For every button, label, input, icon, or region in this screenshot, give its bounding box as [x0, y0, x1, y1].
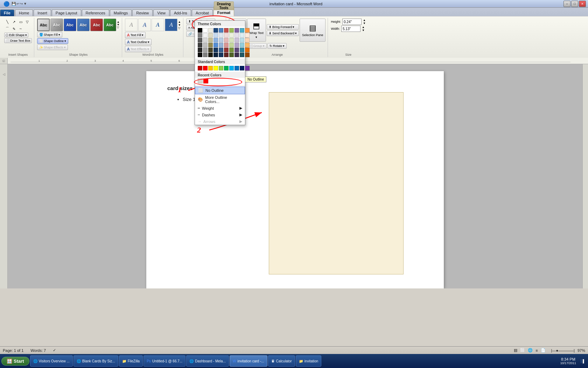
tab-insert[interactable]: Insert: [34, 9, 51, 16]
shape-more[interactable]: ▽: [24, 19, 30, 25]
theme-color-cell[interactable]: [240, 53, 244, 57]
dashes-item[interactable]: ┅ Dashes ▶: [195, 111, 245, 118]
minimize-button[interactable]: −: [564, 1, 570, 7]
shape-effects-button[interactable]: ✨ Shape Effects ▾: [37, 45, 68, 50]
theme-color-cell[interactable]: [198, 48, 202, 52]
group-button[interactable]: ⬜ Group ▾: [247, 43, 267, 49]
standard-color-cell[interactable]: [208, 66, 213, 70]
theme-color-cell[interactable]: [203, 28, 208, 33]
rotate-button[interactable]: ↻ Rotate ▾: [267, 43, 287, 49]
standard-color-cell[interactable]: [219, 66, 223, 70]
shape-swatch-6[interactable]: Abc: [104, 19, 116, 31]
wrap-text-button[interactable]: ⬒ Wrap Text ▾: [247, 19, 266, 42]
theme-color-cell[interactable]: [240, 33, 244, 38]
taskbar-ps[interactable]: Ps Untitled-1 @ 66.7...: [144, 355, 186, 367]
text-fill-button[interactable]: A Text Fill ▾: [125, 32, 146, 38]
recent-color-cell[interactable]: [198, 79, 203, 83]
wordart-swatch-scroll[interactable]: ▲ ▼ ▽: [178, 20, 181, 30]
theme-color-cell[interactable]: [214, 43, 218, 47]
tab-mailings[interactable]: Mailings: [110, 9, 132, 16]
width-spinner[interactable]: ▲▼: [362, 26, 365, 32]
shape-curve[interactable]: ⌒: [4, 26, 10, 32]
shape-swatch-5[interactable]: Abc: [90, 19, 103, 31]
theme-color-cell[interactable]: [224, 53, 229, 57]
theme-color-cell[interactable]: [245, 53, 250, 57]
tab-file[interactable]: File: [0, 9, 14, 16]
theme-color-cell[interactable]: [234, 43, 239, 47]
theme-color-cell[interactable]: [208, 53, 213, 57]
taskbar-ie-1[interactable]: 🌐 Visitors Overview ...: [30, 355, 73, 367]
edit-shape-button[interactable]: ⬡ Edit Shape ▾: [4, 33, 28, 38]
theme-color-cell[interactable]: [245, 28, 250, 33]
taskbar-filezilla[interactable]: 📁 FileZilla: [119, 355, 143, 367]
theme-color-cell[interactable]: [208, 48, 213, 52]
theme-color-cell[interactable]: [214, 33, 218, 38]
theme-color-cell[interactable]: [214, 53, 218, 57]
shape-line[interactable]: ╲: [4, 19, 10, 25]
maximize-button[interactable]: □: [571, 1, 578, 7]
theme-color-cell[interactable]: [234, 28, 239, 33]
theme-color-cell[interactable]: [203, 33, 208, 38]
wordart-swatch-2[interactable]: A: [138, 19, 151, 31]
tab-page-layout[interactable]: Page Layout: [52, 9, 81, 16]
bring-forward-button[interactable]: ⬆ Bring Forward ▾: [267, 24, 299, 30]
theme-color-cell[interactable]: [234, 38, 239, 42]
theme-color-cell[interactable]: [245, 38, 250, 42]
text-effects-button[interactable]: A Text Effects ▾: [125, 46, 151, 52]
shape-swatch-2[interactable]: Abc: [50, 19, 63, 31]
shape-arrow[interactable]: ↗: [11, 19, 17, 25]
close-button[interactable]: ✕: [579, 1, 586, 7]
shape-swatch-1[interactable]: Abc: [37, 19, 50, 31]
wordart-swatch-4[interactable]: A: [165, 19, 177, 31]
view-draft-icon[interactable]: 📄: [541, 348, 546, 353]
theme-color-cell[interactable]: [203, 43, 208, 47]
theme-color-cell[interactable]: [224, 28, 229, 33]
view-web-icon[interactable]: 🌐: [528, 348, 533, 353]
theme-color-cell[interactable]: [240, 38, 244, 42]
theme-color-cell[interactable]: [219, 43, 223, 47]
tab-format[interactable]: Drawing Tools Format: [214, 6, 234, 16]
theme-color-cell[interactable]: [224, 48, 229, 52]
theme-color-cell[interactable]: [240, 48, 244, 52]
theme-color-cell[interactable]: [214, 38, 218, 42]
theme-color-cell[interactable]: [245, 43, 250, 47]
theme-color-cell[interactable]: [214, 28, 218, 33]
tab-view[interactable]: View: [153, 9, 169, 16]
standard-color-cell[interactable]: [198, 66, 202, 70]
theme-color-cell[interactable]: [229, 43, 234, 47]
theme-color-cell[interactable]: [219, 33, 223, 38]
no-outline-item[interactable]: ⬜ No Outline: [195, 87, 245, 94]
theme-color-cell[interactable]: [219, 48, 223, 52]
wordart-swatch-1[interactable]: A: [125, 19, 138, 31]
shape-swatch-scroll[interactable]: ▲ ▼ ▽: [117, 21, 120, 29]
spellcheck-icon[interactable]: ✓: [53, 348, 56, 353]
more-outline-colors-item[interactable]: 🎨 More Outline Colors...: [195, 94, 245, 105]
theme-color-cell[interactable]: [240, 28, 244, 33]
theme-color-cell[interactable]: [219, 28, 223, 33]
shape-freeform[interactable]: ✎: [11, 26, 17, 32]
tab-references[interactable]: References: [82, 9, 109, 16]
theme-color-cell[interactable]: [245, 33, 250, 38]
taskbar-folder[interactable]: 📁 invitation: [296, 355, 321, 367]
tray-show-desktop[interactable]: ▌: [581, 359, 585, 363]
tab-add-ins[interactable]: Add-Ins: [170, 9, 191, 16]
taskbar-word[interactable]: W invitation card -...: [230, 355, 267, 367]
selection-pane-button[interactable]: ▤ Selection Pane: [300, 19, 326, 42]
start-button[interactable]: 🪟 Start: [1, 357, 29, 366]
inserted-shape[interactable]: [269, 92, 404, 274]
theme-color-cell[interactable]: [219, 53, 223, 57]
recent-color-cell[interactable]: [203, 79, 208, 83]
theme-color-cell[interactable]: [198, 38, 202, 42]
width-input[interactable]: [341, 26, 360, 32]
theme-color-cell[interactable]: [208, 28, 213, 33]
theme-color-cell[interactable]: [224, 43, 229, 47]
standard-color-cell[interactable]: [203, 66, 208, 70]
text-outline-button[interactable]: A Text Outline ▾: [125, 39, 152, 45]
theme-color-cell[interactable]: [229, 53, 234, 57]
theme-color-cell[interactable]: [208, 38, 213, 42]
document-area[interactable]: card sizes Size 1 (7" x 5.125") 1 2: [8, 64, 582, 288]
theme-color-cell[interactable]: [198, 43, 202, 47]
standard-color-cell[interactable]: [224, 66, 229, 70]
shape-swatch-4[interactable]: Abc: [77, 19, 90, 31]
standard-color-cell[interactable]: [234, 66, 239, 70]
